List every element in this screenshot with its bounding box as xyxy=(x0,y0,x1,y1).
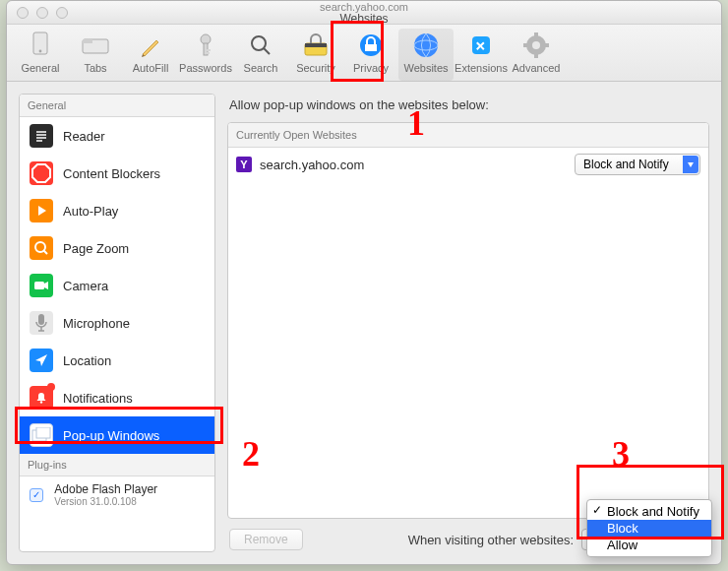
preferences-window: search.yahoo.com Websites General Tabs A… xyxy=(6,0,722,565)
plugin-version: Version 31.0.0.108 xyxy=(54,496,157,507)
footer-label: When visiting other websites: xyxy=(408,533,574,547)
sidebar-item-label: Reader xyxy=(63,129,105,144)
autofill-icon xyxy=(136,31,165,60)
website-name: Ysearch.yahoo.com xyxy=(236,157,364,172)
sidebar-item-camera[interactable]: Camera xyxy=(20,267,214,304)
general-icon xyxy=(26,31,55,60)
microphone-icon xyxy=(30,311,53,335)
svg-rect-32 xyxy=(38,314,44,325)
svg-point-36 xyxy=(40,401,42,403)
window-title: Websites xyxy=(7,13,721,25)
svg-rect-11 xyxy=(305,43,327,47)
menu-option-allow[interactable]: Allow xyxy=(587,537,711,553)
tabs-icon xyxy=(81,31,110,60)
svg-point-17 xyxy=(532,41,540,49)
website-url: search.yahoo.com xyxy=(260,158,364,172)
panel-header: Currently Open Websites xyxy=(228,123,708,148)
svg-rect-3 xyxy=(83,39,92,43)
svg-point-8 xyxy=(252,36,266,50)
contentblockers-icon xyxy=(30,161,53,185)
sidebar-item-label: Camera xyxy=(63,279,108,293)
security-icon xyxy=(301,31,331,60)
autoplay-icon xyxy=(30,199,53,222)
svg-rect-18 xyxy=(534,32,538,37)
sidebar-item-reader[interactable]: Reader xyxy=(20,117,214,155)
toolbar-label: Security xyxy=(296,62,335,74)
svg-point-13 xyxy=(414,33,438,57)
toolbar-label: Tabs xyxy=(84,62,106,74)
toolbar-websites[interactable]: Websites xyxy=(398,29,454,81)
chevron-down-icon xyxy=(683,156,698,173)
select-value: Block and Notify xyxy=(583,158,669,171)
reader-icon xyxy=(30,124,53,148)
toolbar-passwords[interactable]: Passwords xyxy=(178,29,233,81)
passwords-icon xyxy=(191,31,220,60)
default-setting-menu[interactable]: Block and Notify Block Allow xyxy=(586,499,712,557)
sidebar-item-location[interactable]: Location xyxy=(20,342,214,379)
sidebar-item-label: Page Zoom xyxy=(63,241,129,256)
sidebar-item-label: Notifications xyxy=(63,391,133,406)
toolbar-label: Search xyxy=(244,62,278,74)
sidebar-item-label: Pop-up Windows xyxy=(63,428,159,443)
location-icon xyxy=(30,349,53,372)
website-row[interactable]: Ysearch.yahoo.com Block and Notify xyxy=(228,148,708,181)
window-title-small: search.yahoo.com xyxy=(7,1,721,13)
toolbar-privacy[interactable]: Privacy xyxy=(343,29,398,81)
main-pane: Allow pop-up windows on the websites bel… xyxy=(227,94,709,552)
toolbar-label: Websites xyxy=(403,62,448,74)
svg-rect-7 xyxy=(207,52,210,54)
svg-marker-31 xyxy=(44,282,48,289)
plugin-flash[interactable]: ✓ Adobe Flash Player Version 31.0.0.108 xyxy=(20,476,214,513)
websites-panel: Currently Open Websites Ysearch.yahoo.co… xyxy=(227,122,709,519)
toolbar-search[interactable]: Search xyxy=(233,29,288,81)
menu-option-block[interactable]: Block xyxy=(587,520,711,537)
svg-rect-6 xyxy=(207,49,211,51)
titlebar[interactable]: search.yahoo.com Websites xyxy=(7,1,721,25)
sidebar-item-label: Microphone xyxy=(63,316,130,331)
toolbar-security[interactable]: Security xyxy=(288,29,343,81)
toolbar-general[interactable]: General xyxy=(13,29,68,81)
menu-option-block-notify[interactable]: Block and Notify xyxy=(587,503,711,520)
plugin-checkbox[interactable]: ✓ xyxy=(30,488,43,502)
toolbar-label: AutoFill xyxy=(133,62,169,74)
toolbar-tabs[interactable]: Tabs xyxy=(68,29,123,81)
toolbar-label: General xyxy=(21,62,59,74)
toolbar-extensions[interactable]: Extensions xyxy=(454,29,509,81)
sidebar-item-label: Auto-Play xyxy=(63,204,118,219)
extensions-icon xyxy=(466,31,496,60)
pagezoom-icon xyxy=(30,236,53,260)
svg-point-1 xyxy=(39,50,42,53)
websites-icon xyxy=(411,31,441,60)
sidebar: General Reader Content Blockers Auto-Pla… xyxy=(19,94,215,552)
toolbar-advanced[interactable]: Advanced xyxy=(509,29,564,81)
website-setting-select[interactable]: Block and Notify xyxy=(575,154,700,175)
sidebar-item-label: Content Blockers xyxy=(63,166,160,181)
remove-button[interactable]: Remove xyxy=(229,529,303,550)
sidebar-item-autoplay[interactable]: Auto-Play xyxy=(20,192,214,229)
svg-line-29 xyxy=(43,250,47,254)
notifications-badge xyxy=(47,383,55,391)
svg-marker-26 xyxy=(32,164,50,182)
toolbar-label: Extensions xyxy=(455,62,508,74)
preferences-toolbar: General Tabs AutoFill Passwords Search S… xyxy=(7,25,721,82)
advanced-icon xyxy=(521,31,551,60)
svg-marker-27 xyxy=(38,206,46,216)
sidebar-item-pagezoom[interactable]: Page Zoom xyxy=(20,229,214,267)
toolbar-label: Advanced xyxy=(513,62,561,74)
sidebar-item-contentblockers[interactable]: Content Blockers xyxy=(20,155,214,192)
toolbar-label: Privacy xyxy=(353,62,389,74)
svg-rect-38 xyxy=(36,427,50,438)
svg-line-9 xyxy=(264,48,270,54)
camera-icon xyxy=(30,274,53,297)
yahoo-icon: Y xyxy=(236,157,252,172)
plugin-name: Adobe Flash Player xyxy=(54,482,157,496)
popups-icon xyxy=(30,423,53,447)
svg-rect-19 xyxy=(534,53,538,58)
sidebar-item-microphone[interactable]: Microphone xyxy=(20,304,214,342)
svg-marker-35 xyxy=(35,354,47,366)
sidebar-item-popups[interactable]: Pop-up Windows xyxy=(20,416,214,454)
main-heading: Allow pop-up windows on the websites bel… xyxy=(229,97,707,112)
sidebar-item-notifications[interactable]: Notifications xyxy=(20,379,214,416)
toolbar-autofill[interactable]: AutoFill xyxy=(123,29,178,81)
search-icon xyxy=(246,31,275,60)
